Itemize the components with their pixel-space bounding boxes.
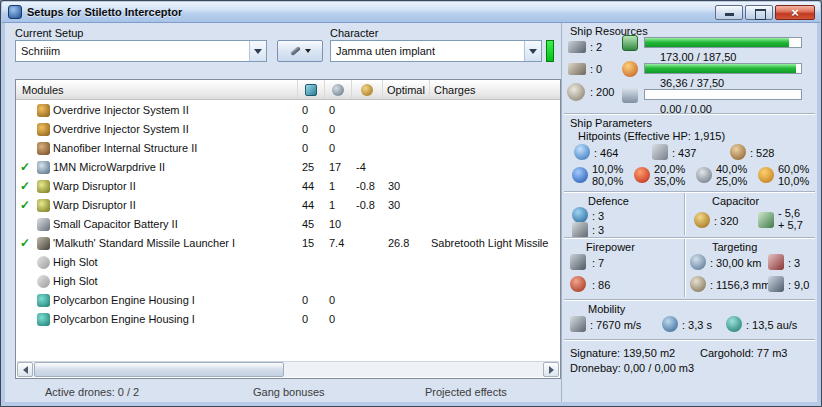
cpu-resource-icon [622, 35, 638, 51]
projected-effects-section[interactable]: Projected effects [425, 386, 507, 398]
max-speed-value: : 7670 m/s [590, 319, 641, 331]
powergrid-column-header[interactable] [325, 80, 352, 99]
explosive-armor-resist: 10,0% [778, 175, 809, 187]
character-label: Character [330, 27, 378, 39]
thermal-resist-icon [634, 167, 650, 183]
titlebar[interactable]: Setups for Stiletto Interceptor [2, 2, 820, 23]
current-setup-value: Schriiim [16, 45, 249, 57]
volley-icon [570, 254, 586, 270]
module-name: Polycarbon Engine Housing I [53, 291, 299, 310]
table-row[interactable]: Polycarbon Engine Housing I 0 0 [17, 310, 559, 329]
table-row[interactable]: Nanofiber Internal Structure II 0 0 [17, 139, 559, 158]
divider [564, 299, 815, 300]
character-dropdown-icon[interactable] [524, 41, 541, 61]
table-row[interactable]: ✓ Warp Disruptor II 44 1 -0.8 30 [17, 177, 559, 196]
table-row[interactable]: ✓ 1MN MicroWarpdrive II 25 17 -4 [17, 158, 559, 177]
powergrid-usage-value: 36,36 / 37,50 [660, 77, 724, 89]
table-row[interactable]: Small Capacitor Battery II 45 10 [17, 215, 559, 234]
module-name: Overdrive Injector System II [53, 120, 299, 139]
setup-actions-button[interactable] [277, 40, 323, 62]
cpu-icon [305, 84, 317, 96]
table-row[interactable]: ✓ 'Malkuth' Standard Missile Launcher I … [17, 234, 559, 253]
scroll-left-button[interactable] [17, 362, 33, 377]
divider [564, 191, 815, 192]
armor-hp-icon [652, 144, 668, 160]
module-optimal: 26.8 [384, 234, 431, 253]
current-setup-dropdown-icon[interactable] [249, 41, 266, 61]
module-icon [37, 237, 50, 250]
module-cpu: 0 [299, 291, 326, 310]
armor-hp-value: : 437 [672, 147, 696, 159]
kinetic-armor-resist: 25,0% [716, 175, 747, 187]
turret-hardpoints-icon [568, 41, 586, 53]
module-name: 1MN MicroWarpdrive II [53, 158, 299, 177]
table-row[interactable]: Overdrive Injector System II 0 0 [17, 120, 559, 139]
module-cpu: 44 [299, 196, 326, 215]
module-cpu: 44 [299, 177, 326, 196]
current-setup-select[interactable]: Schriiim [15, 40, 267, 62]
max-speed-icon [570, 316, 586, 332]
module-name: Nanofiber Internal Structure II [53, 139, 299, 158]
module-name: Polycarbon Engine Housing I [53, 310, 299, 329]
character-select[interactable]: Jamma uten implant [330, 40, 542, 62]
gang-bonuses-section[interactable]: Gang bonuses [253, 386, 325, 398]
modules-column-header[interactable]: Modules [16, 80, 298, 99]
module-charge: Sabretooth Light Missile [431, 234, 559, 253]
hull-hp-icon [730, 144, 746, 160]
explosive-shield-resist: 60,0% [778, 163, 809, 175]
armor-defence-icon [572, 222, 588, 238]
module-powergrid: 1 [326, 177, 353, 196]
scrollbar-thumb[interactable] [34, 362, 284, 377]
active-check-icon: ✓ [17, 158, 33, 177]
cpu-column-header[interactable] [298, 80, 325, 99]
ship-stats-panel: Ship Resources : 2 : 0 : 200 173,00 / 18… [561, 23, 817, 402]
capacitor-column-header[interactable] [352, 80, 383, 99]
module-name: High Slot [53, 253, 299, 272]
minimize-button[interactable] [715, 5, 743, 20]
targeting-title: Targeting [712, 241, 757, 253]
shield-hp-value: : 464 [594, 147, 618, 159]
powergrid-bar [644, 63, 802, 74]
module-cap-use: -0.8 [353, 177, 384, 196]
module-name: High Slot [53, 272, 299, 291]
active-drones-section[interactable]: Active drones: 0 / 2 [45, 386, 139, 398]
table-row[interactable]: High Slot [17, 253, 559, 272]
horizontal-scrollbar[interactable] [17, 361, 559, 377]
charges-column-header[interactable]: Charges [430, 80, 560, 99]
powergrid-resource-icon [622, 61, 638, 77]
scroll-right-button[interactable] [543, 362, 559, 377]
maximize-button[interactable] [745, 5, 773, 20]
module-icon [37, 294, 50, 307]
module-name: Small Capacitor Battery II [53, 215, 299, 234]
table-row[interactable]: High Slot [17, 272, 559, 291]
modules-table-header[interactable]: Modules Optimal Charges [16, 80, 560, 100]
divider [564, 237, 815, 238]
max-targets-icon [768, 254, 784, 270]
modules-table-body: Overdrive Injector System II 0 0 Overdri… [17, 101, 559, 361]
signature-value: Signature: 139,50 m2 [570, 347, 675, 359]
module-cpu: 25 [299, 158, 326, 177]
table-row[interactable]: Polycarbon Engine Housing I 0 0 [17, 291, 559, 310]
table-row[interactable]: ✓ Warp Disruptor II 44 1 -0.8 30 [17, 196, 559, 215]
module-powergrid: 0 [326, 120, 353, 139]
close-button[interactable] [775, 5, 815, 20]
table-row[interactable]: Overdrive Injector System II 0 0 [17, 101, 559, 120]
capacitor-title: Capacitor [712, 195, 759, 207]
capacitor-amount-icon [694, 212, 710, 228]
module-icon [37, 161, 50, 174]
active-check-icon: ✓ [17, 234, 33, 253]
module-cpu: 0 [299, 101, 326, 120]
module-cpu: 0 [299, 310, 326, 329]
divider [564, 339, 815, 340]
module-icon [37, 256, 50, 269]
modules-table: Modules Optimal Charges Overdrive Inject… [15, 79, 561, 379]
drone-bandwidth-icon [622, 87, 638, 103]
app-icon [8, 5, 22, 19]
drone-bandwidth-bar [644, 89, 802, 100]
warp-speed-value: : 13,5 au/s [746, 319, 797, 331]
module-cap-use: -0.8 [353, 196, 384, 215]
module-name: Overdrive Injector System II [53, 101, 299, 120]
cargohold-value: Cargohold: 77 m3 [700, 347, 787, 359]
kinetic-shield-resist: 40,0% [716, 163, 747, 175]
optimal-column-header[interactable]: Optimal [383, 80, 430, 99]
